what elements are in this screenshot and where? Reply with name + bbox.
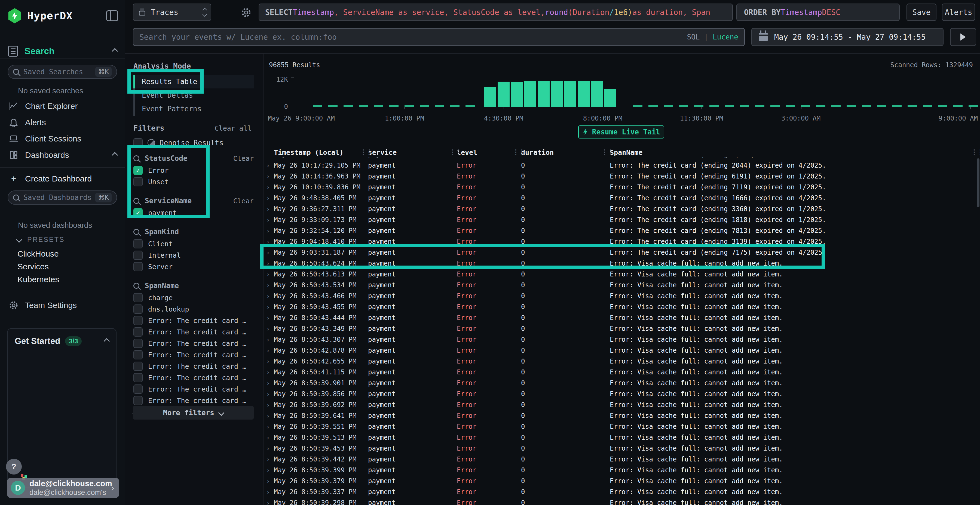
checkbox-icon[interactable] [134,384,143,394]
table-row[interactable]: ›May 26 8:50:42.878 PMpaymentError0Error… [264,345,980,356]
save-button[interactable]: Save [907,3,937,21]
row-expand-chevron-icon[interactable]: › [266,423,274,430]
row-expand-chevron-icon[interactable]: › [266,249,274,256]
filter-option[interactable]: dns.lookup [134,303,254,315]
filter-option[interactable]: Error: The credit card … [134,315,254,326]
row-expand-chevron-icon[interactable]: › [266,206,274,213]
row-expand-chevron-icon[interactable]: › [266,380,274,387]
row-expand-chevron-icon[interactable]: › [266,326,274,332]
row-expand-chevron-icon[interactable]: › [266,314,274,321]
filter-clear-button[interactable]: Clear [233,154,254,162]
column-header-level[interactable]: level [457,149,521,156]
column-resize-handle[interactable]: ⋮⋮ [360,148,372,156]
more-filters-button[interactable]: More filters [133,406,254,419]
search-icon[interactable] [134,283,139,289]
histogram-bar[interactable] [551,81,563,106]
histogram-bar[interactable] [498,82,510,106]
filter-option[interactable]: ✓Error [134,165,254,176]
table-row[interactable]: ›May 26 10:10:39.836 PMpaymentError0Erro… [264,182,980,193]
table-row[interactable]: ›May 26 8:50:43.444 PMpaymentError0Error… [264,312,980,323]
row-expand-chevron-icon[interactable]: › [266,227,274,234]
create-dashboard-button[interactable]: + Create Dashboard [8,173,117,184]
row-expand-chevron-icon[interactable]: › [266,217,274,223]
help-button[interactable]: ? [6,459,22,475]
lang-sql-toggle[interactable]: SQL [687,33,700,41]
source-select[interactable]: Traces [133,3,211,21]
column-resize-handle[interactable]: ⋮⋮ [512,148,524,156]
checkbox-icon[interactable] [134,396,143,405]
search-icon[interactable] [134,229,139,235]
row-expand-chevron-icon[interactable]: › [266,391,274,397]
row-expand-chevron-icon[interactable]: › [266,162,274,169]
histogram-bar[interactable] [484,87,496,106]
table-row[interactable]: ›May 26 8:50:43.455 PMpaymentError0Error… [264,302,980,312]
row-expand-chevron-icon[interactable]: › [266,489,274,495]
histogram-bar[interactable] [564,81,576,106]
checkbox-icon[interactable] [134,138,143,148]
column-header-duration[interactable]: duration [521,149,610,156]
table-row[interactable]: ›May 26 8:50:39.453 PMpaymentError0Error… [264,443,980,454]
table-row[interactable]: ›May 26 8:50:43.307 PMpaymentError0Error… [264,334,980,345]
row-expand-chevron-icon[interactable]: › [266,271,274,278]
denoise-toggle[interactable]: Denoise Results [134,137,254,149]
row-expand-chevron-icon[interactable]: › [266,500,274,505]
column-header-timestamp-local-[interactable]: Timestamp (Local) [274,149,368,156]
table-row[interactable]: ›May 26 9:36:27.311 PMpaymentError0Error… [264,203,980,214]
lang-lucene-toggle[interactable]: Lucene [713,33,738,41]
row-expand-chevron-icon[interactable]: › [266,467,274,474]
filter-option[interactable]: Error: The credit card … [134,360,254,372]
histogram-bar[interactable] [538,81,550,106]
row-expand-chevron-icon[interactable]: › [266,195,274,202]
table-row[interactable]: ›May 26 8:50:39.442 PMpaymentError0Error… [264,454,980,465]
checkbox-icon[interactable] [134,362,143,371]
events-histogram[interactable]: 12K0May 26 9:00:00 AM1:00:00 PM4:30:00 P… [264,61,980,124]
presets-toggle[interactable]: PRESETS [17,236,117,243]
table-row[interactable]: ›May 26 8:50:42.655 PMpaymentError0Error… [264,356,980,367]
histogram-bar[interactable] [524,81,536,106]
run-query-button[interactable] [950,28,976,46]
histogram-bar[interactable] [591,81,603,106]
filter-option[interactable]: Error: The credit card … [134,383,254,395]
filter-option[interactable]: Error: The credit card … [134,395,254,406]
resume-live-tail-button[interactable]: Resume Live Tail [578,125,664,138]
row-expand-chevron-icon[interactable]: › [266,282,274,289]
column-resize-handle[interactable]: ⋮⋮ [971,148,980,156]
analysis-mode-option[interactable]: Event Patterns [134,102,254,116]
sidebar-item-search[interactable]: Search [8,46,117,57]
checkbox-icon[interactable] [134,327,143,337]
sidebar-item-dashboards[interactable]: Dashboards [8,150,117,160]
table-row[interactable]: ›May 26 10:17:29.105 PMpaymentError0Erro… [264,160,980,171]
saved-dashboards-field[interactable] [24,194,95,202]
sidebar-item-services[interactable]: Services [18,262,117,271]
histogram-bar[interactable] [605,89,616,106]
order-by-input[interactable]: ORDER BY Timestamp DESC [737,3,900,21]
table-row[interactable]: ›May 26 8:50:39.551 PMpaymentError0Error… [264,421,980,432]
column-resize-handle[interactable]: ⋮⋮ [601,148,613,156]
user-menu[interactable]: D dale@clickhouse.com dale@clickhouse.co… [7,478,119,498]
row-expand-chevron-icon[interactable]: › [266,456,274,463]
row-expand-chevron-icon[interactable]: › [266,434,274,441]
filter-option[interactable]: Internal [134,249,254,261]
checkbox-icon[interactable] [134,339,143,348]
column-header-spanname[interactable]: SpanName [610,149,980,156]
table-row[interactable]: ›May 26 8:50:39.379 PMpaymentError0Error… [264,476,980,486]
checkbox-icon[interactable]: ✓ [134,166,143,175]
histogram-bar[interactable] [578,81,590,106]
clear-all-button[interactable]: Clear all [215,124,251,132]
checkbox-icon[interactable] [134,262,143,271]
sidebar-item-clickhouse[interactable]: ClickHouse [18,249,117,259]
table-row[interactable]: ›May 26 8:50:39.641 PMpaymentError0Error… [264,410,980,421]
saved-searches-field[interactable] [24,68,95,76]
table-row[interactable]: ›May 26 8:50:39.399 PMpaymentError0Error… [264,465,980,476]
row-expand-chevron-icon[interactable]: › [266,173,274,180]
table-row[interactable]: ›May 26 8:50:43.534 PMpaymentError0Error… [264,280,980,291]
filter-option[interactable]: Error: The credit card … [134,349,254,360]
source-settings-gear-icon[interactable] [241,7,251,19]
sidebar-item-chart-explorer[interactable]: Chart Explorer [8,101,117,111]
filter-clear-button[interactable]: Clear [233,197,254,205]
filter-option[interactable]: Error: The credit card … [134,326,254,338]
checkbox-icon[interactable] [134,350,143,359]
table-row[interactable]: ›May 26 8:50:43.613 PMpaymentError0Error… [264,269,980,280]
scrollbar[interactable] [977,158,980,207]
column-header-service[interactable]: service [368,149,457,156]
